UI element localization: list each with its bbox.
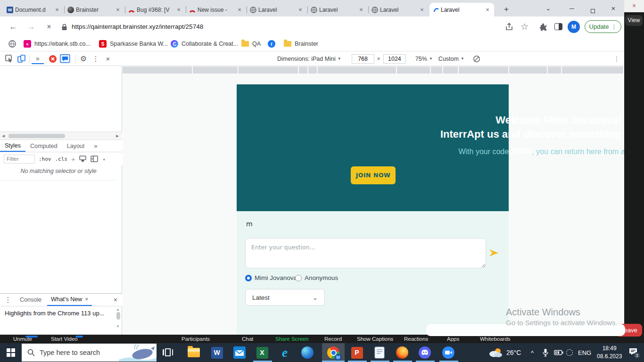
tab-close-icon[interactable]: × [114, 6, 122, 13]
weather-widget[interactable]: 26°C [488, 343, 521, 362]
inspect-element-icon[interactable] [3, 54, 15, 64]
tab-document[interactable]: W Document.d × [4, 3, 64, 16]
more-panels-icon[interactable]: » [32, 54, 44, 64]
sort-select[interactable]: Latest ⌄ [245, 289, 325, 306]
device-toolbar-icon[interactable] [15, 54, 27, 64]
radio-named[interactable]: Mimi Jovanova [245, 274, 297, 281]
stop-loading-button[interactable]: × [43, 21, 55, 33]
chrome-icon[interactable]: M [327, 346, 340, 359]
forward-button[interactable]: → [25, 21, 37, 33]
device-height-input[interactable]: 1024 [383, 54, 406, 64]
whats-new-headline[interactable]: Highlights from the Chrome 113 up... [5, 310, 111, 317]
minimize-button[interactable] [564, 3, 580, 14]
devtools-menu-icon[interactable]: ⋮ [90, 54, 102, 64]
class-toggle[interactable]: .cls [55, 156, 68, 162]
scroll-left-icon[interactable]: ◀ [2, 132, 5, 140]
devtools-settings-icon[interactable]: ⚙ [77, 54, 90, 64]
notification-center-icon[interactable]: 3 [629, 343, 637, 362]
tab-laravel-2[interactable]: Laravel × [308, 3, 368, 16]
drawer-close-icon[interactable]: × [114, 296, 117, 304]
tab-console[interactable]: Console [14, 296, 47, 303]
battery-icon[interactable] [554, 343, 563, 362]
update-menu-icon[interactable]: ⋮ [611, 24, 617, 30]
update-chrome-button[interactable]: Update ⋮ [585, 20, 621, 33]
show-captions-control[interactable]: Show Captions [357, 336, 393, 342]
question-textarea[interactable] [245, 238, 486, 268]
extensions-icon[interactable] [538, 22, 548, 33]
issues-icon[interactable] [59, 54, 71, 64]
firefox-icon[interactable] [396, 346, 409, 359]
bookmark-folder-brainster[interactable]: Brainster [284, 40, 318, 48]
drawer-menu-icon[interactable]: ⋮ [2, 295, 14, 305]
scroll-right-icon[interactable]: ▶ [116, 132, 119, 140]
language-indicator[interactable]: ENG [578, 343, 591, 362]
hover-toggle[interactable]: :hov [39, 156, 51, 162]
join-now-button[interactable]: JOIN NOW [351, 166, 396, 184]
tab-brainster[interactable]: Brainster × [65, 3, 124, 16]
bookmark-star-icon[interactable]: ☆ [520, 21, 528, 32]
start-video-control[interactable]: Start Video [51, 336, 78, 342]
tab-close-icon[interactable]: × [297, 6, 304, 13]
chat-control[interactable]: Chat [242, 336, 253, 342]
discord-icon[interactable] [418, 346, 431, 359]
tab-close-icon[interactable]: × [175, 6, 182, 13]
tab-close-icon[interactable]: × [236, 6, 243, 13]
tab-close-icon[interactable]: × [357, 6, 365, 13]
tab-layout[interactable]: Layout [62, 140, 90, 152]
whiteboards-control[interactable]: Whiteboards [480, 336, 511, 342]
radio-unselected-icon[interactable] [295, 275, 302, 281]
device-toolbar-menu-icon[interactable]: ⋮ [614, 55, 620, 62]
media-query-bar[interactable] [123, 66, 623, 74]
back-button[interactable]: ← [8, 21, 19, 33]
clock-widget[interactable]: 18:4908.6.2023 [597, 343, 622, 362]
zoom-select[interactable]: 75% [415, 56, 427, 62]
bookmark-facebook[interactable]: f [268, 40, 275, 48]
dimensions-select[interactable]: Dimensions: iPad Mini [277, 56, 336, 62]
edge-icon[interactable] [301, 346, 314, 359]
more-style-tabs-icon[interactable]: » [89, 140, 102, 152]
share-screen-control[interactable]: Share Screen [275, 336, 308, 342]
tab-computed[interactable]: Computed [25, 140, 62, 152]
tab-whats-new[interactable]: What's New × [47, 294, 92, 306]
meeting-view-button[interactable]: View [625, 15, 643, 26]
tab-laravel-active[interactable]: Laravel × [429, 3, 494, 16]
tab-close-icon[interactable]: × [418, 6, 426, 13]
tab-close-icon[interactable]: × [484, 6, 491, 13]
device-width-input[interactable]: 768 [352, 54, 374, 64]
drawer-scroll-down-icon[interactable]: ▼ [116, 324, 120, 329]
tab-styles[interactable]: Styles [0, 140, 25, 152]
bookmark-ebank[interactable]: « https://ebank.stb.co... [24, 40, 91, 48]
radio-anonymous[interactable]: Anonymous [295, 274, 338, 281]
microphone-icon[interactable] [542, 343, 549, 362]
start-button[interactable] [0, 343, 22, 362]
reactions-control[interactable]: Reactions [404, 336, 428, 342]
word-app-icon[interactable]: W [210, 346, 223, 359]
whats-new-close-icon[interactable]: × [85, 296, 88, 303]
internet-explorer-icon[interactable]: e [278, 346, 291, 359]
styles-filter-input[interactable]: Filter [4, 155, 35, 164]
bookmark-globe[interactable] [8, 40, 16, 48]
apps-control[interactable]: Apps [447, 336, 459, 342]
background-window-close[interactable]: × [624, 0, 644, 12]
powerpoint-icon[interactable]: P [350, 346, 363, 359]
mail-app-icon[interactable] [233, 346, 246, 359]
throttling-select[interactable]: Custom [438, 56, 459, 62]
maximize-button[interactable] [585, 3, 601, 14]
tab-new-issue[interactable]: New issue - × [186, 3, 246, 16]
devtools-close-icon[interactable]: × [102, 54, 114, 64]
drawer-scroll-up-icon[interactable]: ▲ [116, 307, 120, 312]
bookmark-collaborate[interactable]: C Collaborate & Creat... [171, 40, 238, 48]
rendering-icon[interactable] [79, 156, 87, 162]
taskbar-search[interactable]: Type here to search [22, 344, 157, 362]
bookmark-folder-qa[interactable]: QA [241, 40, 261, 48]
zoom-app-icon[interactable] [442, 346, 455, 359]
tab-laravel-3[interactable]: Laravel × [369, 3, 429, 16]
errors-icon[interactable] [47, 54, 59, 64]
record-control[interactable]: Record [324, 336, 342, 342]
bookmark-sparkasse[interactable]: S Sparkasse Banka W... [99, 40, 168, 48]
tab-close-icon[interactable]: × [53, 6, 61, 13]
profile-avatar[interactable]: M [568, 21, 580, 33]
share-icon[interactable] [504, 22, 514, 33]
excel-app-icon[interactable]: X [256, 346, 269, 359]
window-close-button[interactable]: × [605, 3, 621, 14]
